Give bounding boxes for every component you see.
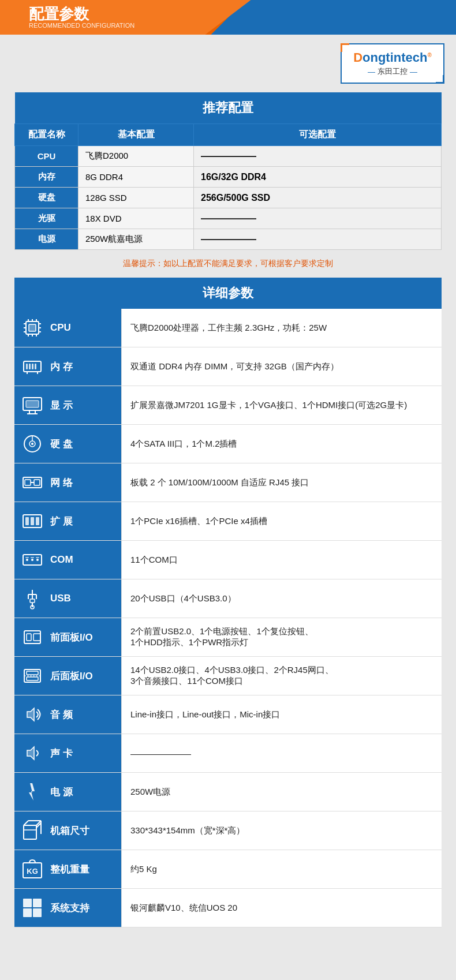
svg-rect-16	[29, 364, 31, 369]
detail-value: 板载 2 个 10M/100M/1000M 自适应 RJ45 接口	[121, 463, 442, 502]
svg-rect-71	[23, 908, 32, 917]
row-optional: ——————	[194, 208, 442, 229]
硬 盘-icon	[20, 432, 44, 456]
row-basic: 8G DDR4	[79, 167, 194, 188]
detail-label-text: 前面板I/O	[50, 631, 93, 644]
detail-label-text: 音 频	[50, 708, 73, 721]
detail-row: KG 整机重量约5 Kg	[14, 850, 442, 889]
recommended-row: 电源 250W航嘉电源 ——————	[15, 229, 442, 250]
detail-label: 内 存	[14, 347, 121, 386]
detail-label: 后面板I/O	[14, 657, 121, 695]
row-basic: 250W航嘉电源	[79, 229, 194, 250]
logo-cn-text: 东田工控	[377, 66, 408, 77]
detail-label-text: 机箱尺寸	[50, 824, 89, 837]
detail-label: 机箱尺寸	[14, 811, 121, 850]
detail-row: 音 频Line-in接口，Line-out接口，Mic-in接口	[14, 695, 442, 734]
cpu-icon	[20, 316, 44, 340]
row-name: 硬盘	[15, 188, 79, 208]
svg-rect-58	[27, 677, 38, 680]
detail-value: 银河麒麟V10、统信UOS 20	[121, 889, 442, 927]
svg-rect-72	[33, 908, 42, 917]
svg-rect-18	[35, 364, 36, 369]
svg-rect-1	[29, 324, 36, 331]
detail-label-text: COM	[50, 554, 73, 566]
recommended-title: 推荐配置	[15, 92, 442, 124]
前面板i/o-icon	[20, 625, 44, 649]
detail-value: 330*343*154mm（宽*深*高）	[121, 811, 442, 850]
detail-label: 扩 展	[14, 502, 121, 540]
row-optional: ——————	[194, 229, 442, 250]
detail-value: 扩展景嘉微JM7201 1G显卡，1个VGA接口、1个HDMI接口(可选2G显卡…	[121, 386, 442, 424]
detail-value: 约5 Kg	[121, 850, 442, 888]
svg-rect-37	[36, 517, 39, 525]
svg-rect-17	[32, 364, 33, 369]
svg-rect-42	[25, 557, 29, 558]
detail-label-text: 声 卡	[50, 747, 73, 760]
detail-label: CPU	[14, 309, 121, 347]
detail-row: CPU飞腾D2000处理器，工作主频 2.3GHz，功耗：25W	[14, 309, 442, 347]
svg-rect-53	[27, 634, 31, 641]
row-name: CPU	[15, 146, 79, 167]
detail-row: 显 示扩展景嘉微JM7201 1G显卡，1个VGA接口、1个HDMI接口(可选2…	[14, 386, 442, 425]
row-basic: 128G SSD	[79, 188, 194, 208]
svg-rect-54	[33, 634, 40, 641]
tip-text: 温馨提示：如以上配置不能满足要求，可根据客户要求定制	[14, 259, 442, 269]
svg-rect-36	[31, 517, 34, 525]
detail-value: 2个前置USB2.0、1个电源按钮、1个复位按钮、1个HDD指示、1个PWR指示…	[121, 618, 442, 656]
svg-rect-35	[25, 517, 29, 525]
svg-rect-15	[26, 364, 28, 369]
row-name: 光驱	[15, 208, 79, 229]
row-optional: 256G/500G SSD	[194, 188, 442, 208]
svg-rect-60	[24, 825, 36, 839]
svg-rect-70	[33, 899, 42, 907]
logo-brand-line: — 东田工控 —	[368, 66, 417, 77]
header-banner: 配置参数 RECOMMENDED CONFIGURATION	[0, 0, 456, 35]
detail-value: 双通道 DDR4 内存 DIMM，可支持 32GB（国产内存）	[121, 347, 442, 386]
row-basic: 飞腾D2000	[79, 146, 194, 167]
main-content: 推荐配置 配置名称 基本配置 可选配置 CPU 飞腾D2000 —————— 内…	[0, 92, 456, 939]
detail-row: 机箱尺寸330*343*154mm（宽*深*高）	[14, 811, 442, 850]
svg-rect-57	[27, 671, 38, 675]
logo-reg: ®	[427, 52, 431, 58]
内 存-icon	[20, 354, 44, 379]
svg-rect-43	[31, 557, 34, 558]
detail-row: 系统支持银河麒麟V10、统信UOS 20	[14, 889, 442, 927]
detail-section: 详细参数 CPU飞腾D2000处理器，工作主频 2.3GHz，功耗：25W 内	[14, 278, 442, 927]
svg-rect-44	[36, 557, 39, 558]
detail-label: USB	[14, 579, 121, 618]
电 源-icon	[20, 780, 44, 804]
detail-row: 内 存双通道 DDR4 内存 DIMM，可支持 32GB（国产内存）	[14, 347, 442, 386]
detail-label-text: 显 示	[50, 399, 73, 412]
svg-point-41	[36, 559, 39, 561]
detail-label-text: 系统支持	[50, 902, 89, 915]
后面板i/o-icon	[20, 664, 44, 688]
detail-value: Line-in接口，Line-out接口，Mic-in接口	[121, 695, 442, 734]
detail-label-text: 硬 盘	[50, 437, 73, 451]
row-optional: ——————	[194, 146, 442, 167]
usb-icon	[20, 586, 44, 611]
recommended-row: 内存 8G DDR4 16G/32G DDR4	[15, 167, 442, 188]
svg-point-39	[26, 559, 28, 561]
detail-value: 20个USB口（4个USB3.0）	[121, 579, 442, 618]
header-title-sub: RECOMMENDED CONFIGURATION	[29, 22, 134, 29]
row-name: 内存	[15, 167, 79, 188]
detail-value: 1个PCIe x16插槽、1个PCIe x4插槽	[121, 502, 442, 540]
svg-text:KG: KG	[27, 867, 38, 876]
detail-row: COM11个COM口	[14, 541, 442, 579]
detail-label-text: 内 存	[50, 360, 73, 373]
detail-row: 扩 展1个PCIe x16插槽、1个PCIe x4插槽	[14, 502, 442, 541]
recommended-row: CPU 飞腾D2000 ——————	[15, 146, 442, 167]
扩 展-icon	[20, 509, 44, 533]
svg-rect-25	[26, 401, 39, 407]
detail-title: 详细参数	[14, 278, 442, 309]
detail-label-text: CPU	[50, 322, 71, 334]
声 卡-icon	[20, 741, 44, 765]
logo-brand-text: Dongtintech®	[353, 50, 432, 65]
detail-row: 前面板I/O2个前置USB2.0、1个电源按钮、1个复位按钮、1个HDD指示、1…	[14, 618, 442, 657]
detail-label-text: 扩 展	[50, 515, 73, 528]
row-name: 电源	[15, 229, 79, 250]
detail-label: 系统支持	[14, 889, 121, 927]
detail-value: 14个USB2.0接口、4个USB3.0接口、2个RJ45网口、3个音频接口、1…	[121, 657, 442, 695]
detail-label: 显 示	[14, 386, 121, 424]
com-icon	[20, 548, 44, 572]
